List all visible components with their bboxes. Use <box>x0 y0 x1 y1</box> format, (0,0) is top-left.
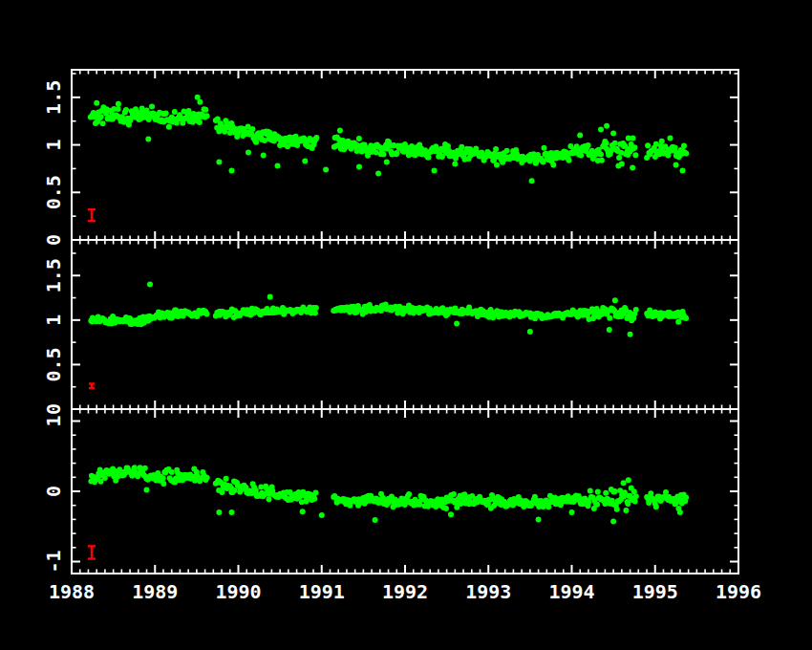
data-point <box>249 126 255 132</box>
data-point <box>417 502 423 508</box>
data-point <box>166 124 172 130</box>
outlier-point <box>229 509 235 515</box>
data-point <box>645 142 651 148</box>
outlier-point <box>598 127 604 133</box>
x-tick-label: 1994 <box>548 580 594 603</box>
x-tick-label: 1989 <box>132 580 178 603</box>
outlier-point <box>147 282 153 288</box>
data-point <box>253 140 259 145</box>
data-point <box>204 113 210 119</box>
data-point <box>356 136 362 141</box>
data-point <box>313 135 319 141</box>
data-point <box>683 315 689 321</box>
data-point <box>381 152 387 158</box>
data-point <box>631 144 637 150</box>
data-point <box>586 142 591 148</box>
outlier-point <box>229 167 235 173</box>
data-point <box>204 475 210 481</box>
data-point <box>633 307 639 313</box>
data-point <box>493 146 499 152</box>
outlier-point <box>612 297 618 303</box>
y-tick-label: 0 <box>42 486 65 497</box>
data-point <box>623 508 629 513</box>
outlier-point <box>302 159 308 164</box>
outlier-point <box>216 509 222 515</box>
data-point <box>313 305 319 311</box>
outlier-point <box>375 170 381 176</box>
outlier-point <box>323 166 329 172</box>
y-tick-label: 1.5 <box>42 80 65 115</box>
outlier-point <box>626 136 631 141</box>
x-tick-label: 1990 <box>215 580 261 603</box>
outlier-point <box>246 150 251 156</box>
outlier-point <box>494 162 500 167</box>
outlier-point <box>569 509 575 515</box>
y-tick-label: 1.5 <box>42 258 65 292</box>
outlier-point <box>216 160 222 165</box>
data-point <box>542 145 547 151</box>
outlier-point <box>356 163 362 169</box>
data-point <box>616 155 622 161</box>
outlier-point <box>607 327 612 333</box>
data-point <box>633 493 639 499</box>
data-point <box>224 476 229 482</box>
data-point <box>659 139 665 144</box>
data-point <box>160 475 166 481</box>
data-point <box>504 148 510 154</box>
data-point <box>102 475 108 481</box>
x-tick-label: 1988 <box>49 580 95 603</box>
outlier-point <box>668 136 673 141</box>
data-point <box>681 142 687 148</box>
data-point <box>204 312 210 317</box>
data-point <box>648 490 653 496</box>
data-point <box>123 107 129 113</box>
data-point <box>267 496 272 502</box>
outlier-point <box>630 164 635 170</box>
data-point <box>426 154 432 160</box>
outlier-point <box>610 519 616 525</box>
data-point <box>98 114 104 119</box>
outlier-point <box>300 509 306 514</box>
x-tick-label: 1991 <box>299 580 345 603</box>
data-point <box>588 488 593 494</box>
data-point <box>604 141 609 146</box>
data-point <box>632 499 638 505</box>
data-point <box>566 158 572 163</box>
outlier-point <box>610 131 616 137</box>
plot-background <box>0 0 812 650</box>
outlier-point <box>677 509 683 515</box>
y-tick-label: 0.5 <box>42 175 65 209</box>
data-point <box>594 502 600 508</box>
outlier-point <box>675 319 681 325</box>
data-point <box>149 104 155 110</box>
data-point <box>459 144 464 150</box>
data-point <box>607 315 612 321</box>
outlier-point <box>197 99 203 105</box>
outlier-point <box>448 511 454 517</box>
outlier-point <box>621 480 627 486</box>
outlier-point <box>604 123 609 129</box>
data-point <box>653 504 659 509</box>
data-point <box>253 488 259 493</box>
data-point <box>313 490 319 496</box>
outlier-point <box>615 162 621 168</box>
data-point <box>603 490 609 496</box>
data-point <box>683 150 689 156</box>
outlier-point <box>626 477 631 483</box>
x-tick-label: 1995 <box>632 580 678 603</box>
outlier-point <box>94 100 99 106</box>
outlier-point <box>145 137 151 142</box>
data-point <box>169 469 175 475</box>
data-point <box>632 152 638 158</box>
chart-page: 1123+264 8 GHz FLUX (Jy) 2 GHz FLUX (Jy)… <box>0 0 812 650</box>
flux-monitoring-plot: 00.511.500.511.5-10119881989199019911992… <box>0 0 812 650</box>
outlier-point <box>144 488 150 493</box>
y-tick-label: 1 <box>42 314 65 326</box>
outlier-point <box>267 294 273 300</box>
outlier-point <box>275 162 281 168</box>
data-point <box>578 152 584 158</box>
outlier-point <box>673 162 679 167</box>
data-point <box>406 491 412 497</box>
x-tick-label: 1996 <box>716 580 761 603</box>
outlier-point <box>452 161 458 166</box>
